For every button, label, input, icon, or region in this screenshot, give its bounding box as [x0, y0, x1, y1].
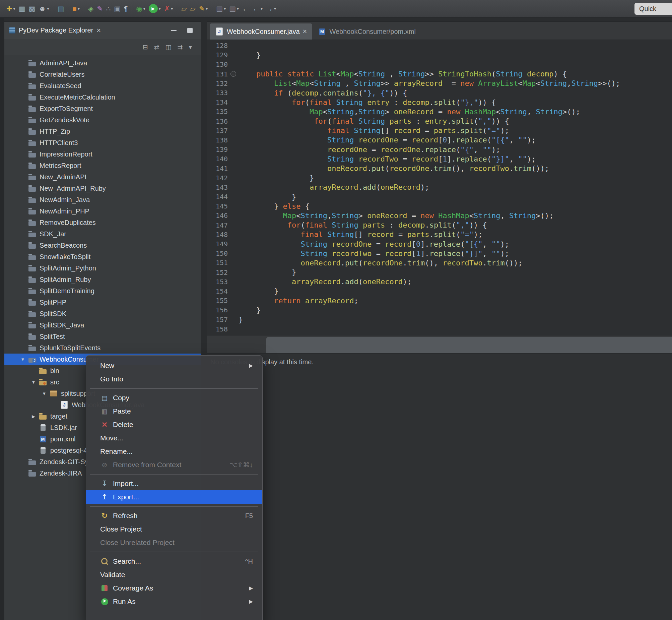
- tree-item-newadmin-php[interactable]: NewAdmin_PHP: [4, 205, 201, 217]
- line-number[interactable]: 143: [207, 183, 228, 191]
- new-wizard-icon[interactable]: ✚▾: [5, 2, 17, 15]
- menu-item-go-into[interactable]: Go Into: [86, 372, 262, 386]
- open-folder-2-icon[interactable]: ▱: [188, 2, 197, 15]
- external-tools-icon[interactable]: ✎▾: [197, 2, 210, 15]
- line-number[interactable]: 148: [207, 230, 228, 239]
- console-tab-console[interactable]: Console×: [266, 337, 672, 353]
- console-view-icon[interactable]: ▤: [56, 2, 66, 15]
- debug-icon[interactable]: ✗▾: [163, 2, 175, 15]
- line-number[interactable]: 133: [207, 89, 228, 97]
- back-icon[interactable]: ←▾: [251, 2, 264, 15]
- editor-tab-webhookconsumer-java[interactable]: WebhookConsumer.java×: [210, 23, 312, 40]
- line-number[interactable]: 151: [207, 259, 228, 267]
- new-package-icon[interactable]: ■▾: [71, 2, 81, 15]
- code-line-150[interactable]: 150 String recordTwo = record[1].replace…: [207, 249, 672, 258]
- dropdown-arrow-icon[interactable]: ▾: [224, 6, 226, 11]
- menu-item-move[interactable]: Move...: [86, 431, 262, 445]
- expanded-arrow-icon[interactable]: ▼: [18, 357, 28, 362]
- prev-annotation-icon[interactable]: ▥▾: [227, 2, 240, 15]
- menu-item-copy[interactable]: Copy: [86, 391, 262, 405]
- code-line-142[interactable]: 142 }: [207, 173, 672, 183]
- tree-item-sdk-jar[interactable]: SDK_Jar: [4, 228, 201, 240]
- code-line-133[interactable]: 133 if (decomp.contains("}, {")) {: [207, 88, 672, 98]
- tree-item-splitsdk[interactable]: SplitSDK: [4, 308, 201, 319]
- tree-item-getzendeskvote[interactable]: GetZendeskVote: [4, 114, 201, 126]
- menu-item-new[interactable]: New▶: [86, 359, 262, 372]
- tree-item-splitsdk-java[interactable]: SplitSDK_Java: [4, 319, 201, 331]
- line-number[interactable]: 153: [207, 278, 228, 286]
- filters-icon[interactable]: ⇉: [177, 44, 183, 50]
- minimize-button[interactable]: [171, 30, 176, 31]
- tree-item-searchbeacons[interactable]: SearchBeacons: [4, 240, 201, 251]
- dropdown-arrow-icon[interactable]: ▾: [274, 6, 276, 11]
- paw-icon[interactable]: ∴: [105, 2, 112, 15]
- line-number[interactable]: 146: [207, 211, 228, 219]
- code-line-140[interactable]: 140 String recordTwo = record[1].replace…: [207, 154, 672, 163]
- code-line-147[interactable]: 147 for(final String parts : decomp.spli…: [207, 220, 672, 230]
- dropdown-arrow-icon[interactable]: ▾: [13, 6, 15, 11]
- save-all-icon[interactable]: ▩: [27, 2, 37, 15]
- line-number[interactable]: 155: [207, 297, 228, 305]
- line-number[interactable]: 138: [207, 136, 228, 144]
- dropdown-arrow-icon[interactable]: ▾: [78, 6, 80, 11]
- code-line-148[interactable]: 148 final String[] record = parts.split(…: [207, 230, 672, 239]
- menu-item-import[interactable]: Import...: [86, 477, 262, 490]
- expanded-arrow-icon[interactable]: ▼: [29, 380, 39, 385]
- marker-icon[interactable]: ✎: [95, 2, 105, 15]
- expanded-arrow-icon[interactable]: ▼: [39, 391, 49, 396]
- tree-item-metricsreport[interactable]: MetricsReport: [4, 160, 201, 171]
- dropdown-arrow-icon[interactable]: ▾: [47, 6, 49, 11]
- tree-item-splitdemotraining[interactable]: SplitDemoTraining: [4, 285, 201, 297]
- code-line-136[interactable]: 136 for(final String parts : entry.split…: [207, 117, 672, 126]
- code-line-137[interactable]: 137 final String[] record = parts.split(…: [207, 126, 672, 136]
- code-line-154[interactable]: 154 }: [207, 287, 672, 296]
- dropdown-arrow-icon[interactable]: ▾: [144, 6, 146, 11]
- code-line-130[interactable]: 130: [207, 60, 672, 69]
- code-line-146[interactable]: 146 Map<String,String> oneRecord = new H…: [207, 211, 672, 220]
- code-line-131[interactable]: 131− public static List<Map<String , Str…: [207, 69, 672, 79]
- menu-item-search[interactable]: Search...^H: [86, 555, 262, 568]
- forward-icon[interactable]: →▾: [264, 2, 278, 15]
- menu-item-close-project[interactable]: Close Project: [86, 522, 262, 536]
- line-number[interactable]: 158: [207, 325, 228, 333]
- code-line-132[interactable]: 132 List<Map<String , String>> arrayReco…: [207, 79, 672, 88]
- tree-item-splittest[interactable]: SplitTest: [4, 331, 201, 342]
- code-line-152[interactable]: 152 }: [207, 268, 672, 277]
- line-number[interactable]: 141: [207, 164, 228, 172]
- tree-item-correlateusers[interactable]: CorrelateUsers: [4, 69, 201, 80]
- menu-item-export[interactable]: Export...: [86, 490, 262, 504]
- line-number[interactable]: 140: [207, 155, 228, 163]
- tree-item-exporttosegment[interactable]: ExportToSegment: [4, 103, 201, 114]
- tree-item-newadmin-java[interactable]: NewAdmin_Java: [4, 194, 201, 205]
- code-area[interactable]: 128129 }130131− public static List<Map<S…: [207, 40, 672, 335]
- tree-item-executemetriccalculation[interactable]: ExecuteMetricCalculation: [4, 92, 201, 103]
- tree-item-adminapi-java[interactable]: AdminAPI_Java: [4, 57, 201, 69]
- focus-on-task-icon[interactable]: ◫: [166, 44, 171, 50]
- save-icon[interactable]: ▦: [17, 2, 27, 15]
- code-line-149[interactable]: 149 String recordOne = record[0].replace…: [207, 239, 672, 249]
- tree-item-http-zip[interactable]: HTTP_Zip: [4, 126, 201, 137]
- menu-item-refresh[interactable]: RefreshF5: [86, 509, 262, 522]
- code-line-156[interactable]: 156 }: [207, 305, 672, 315]
- code-line-144[interactable]: 144 }: [207, 192, 672, 201]
- menu-item-validate[interactable]: Validate: [86, 568, 262, 581]
- quick-access-box[interactable]: Quick: [634, 3, 672, 15]
- line-number[interactable]: 150: [207, 249, 228, 257]
- tree-item-new-adminapi[interactable]: New_AdminAPI: [4, 171, 201, 183]
- code-line-155[interactable]: 155 return arrayRecord;: [207, 296, 672, 305]
- next-annotation-icon[interactable]: ▥▾: [214, 2, 227, 15]
- code-line-134[interactable]: 134 for(final String entry : decomp.spli…: [207, 98, 672, 107]
- tree-item-splitphp[interactable]: SplitPHP: [4, 297, 201, 308]
- menu-item-delete[interactable]: Delete: [86, 418, 262, 431]
- line-number[interactable]: 157: [207, 316, 228, 324]
- collapse-all-icon[interactable]: ⊟: [143, 44, 148, 50]
- code-line-157[interactable]: 157}: [207, 315, 672, 324]
- dropdown-arrow-icon[interactable]: ▾: [159, 6, 161, 11]
- line-number[interactable]: 131: [207, 70, 228, 78]
- line-number[interactable]: 129: [207, 51, 228, 59]
- close-view-icon[interactable]: ×: [97, 27, 101, 34]
- new-class-icon[interactable]: ◈: [87, 2, 95, 15]
- code-line-151[interactable]: 151 oneRecord.put(recordOne.trim(), reco…: [207, 258, 672, 267]
- menu-item-rename[interactable]: Rename...: [86, 445, 262, 458]
- tree-item-removeduplicates[interactable]: RemoveDuplicates: [4, 217, 201, 228]
